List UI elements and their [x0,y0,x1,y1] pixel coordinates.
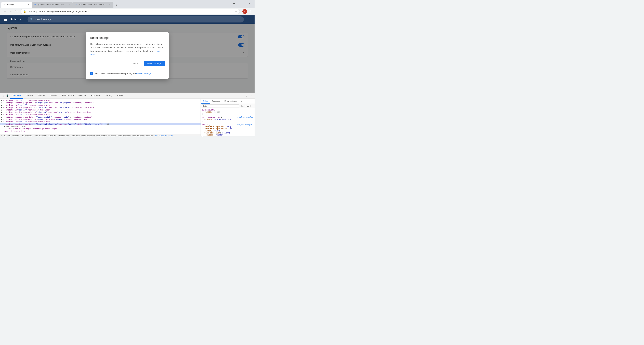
forward-button[interactable]: → [8,9,14,14]
ask-favicon: G [75,4,78,6]
tab-network[interactable]: Network [48,93,60,99]
dialog-body: This will reset your startup page, new t… [90,43,164,57]
devtools-inspect-icon[interactable]: ⬚ [1,94,4,97]
tab-audits[interactable]: Audits [115,93,125,99]
hov-badge[interactable]: :hov [240,105,245,107]
breadcrumb-settings-ui[interactable]: settings-ui [12,135,24,137]
address-bar[interactable]: 🔒 Chrome | chrome://settings/resetProfil… [20,9,240,14]
devtools-device-icon[interactable]: 📱 [6,94,9,97]
breadcrumb-body[interactable]: body [6,135,11,137]
tab-community-close[interactable]: × [68,3,70,6]
style-prop-display-flex: display: flex; [202,130,253,132]
styles-filter-badges: :hov .cls + [240,105,253,107]
new-tab-button[interactable]: + [114,3,119,8]
style-source-2[interactable]: <style>…</style> [237,124,253,126]
minimize-button[interactable]: — [230,1,238,6]
styles-tab-styles[interactable]: Styles [201,99,210,104]
styles-tabs: Styles Computed Event Listeners » [201,99,254,104]
style-source-1[interactable]: <style>…</style> [237,116,253,118]
tab-settings[interactable]: ⚙ Settings × [1,2,32,8]
element-line-7[interactable]: ▶ <template is="dom-if" restamp>…</templ… [0,114,200,116]
style-prop-flex-direction: flex-direction: column; [202,132,253,134]
breadcrumb-settings-basic-page[interactable]: settings-basic-page [101,135,122,137]
breadcrumb-shadow-root-1[interactable]: #shadow-root [24,135,38,137]
reset-settings-dialog: Reset settings This will reset your star… [86,32,169,79]
breadcrumb-html[interactable]: html [1,135,6,137]
breadcrumb-shadow-root-3[interactable]: #shadow-root [123,135,136,137]
styles-content: element.style { display: none; } setting… [201,108,254,136]
tab-ask-label: Ask a Question - Google Chrom… [79,4,108,6]
address-url: chrome://settings/resetProfileSettings?o… [38,10,91,13]
element-line-4[interactable]: ▶ <settings-section page-title="Download… [0,106,200,109]
styles-filter-input[interactable] [202,104,239,108]
element-line-9[interactable]: ▶ <settings-section page-title="System" … [0,118,200,121]
breadcrumb-settings-main[interactable]: settings-main#main [66,135,86,137]
reset-settings-button[interactable]: Reset settings [144,61,164,66]
tab-security[interactable]: Security [103,93,115,99]
element-line-12[interactable]: ▶ #shadow-root (open) [0,125,200,128]
settings-search-area: 🔍 Search settings [28,17,244,23]
tab-settings-close[interactable]: × [27,3,30,6]
element-line-5[interactable]: ▶ <template is="dom-if" restamp>…</templ… [0,109,200,111]
style-selector-host: :host { <style>…</style> [202,124,253,126]
current-settings-link[interactable]: current settings [136,72,151,75]
breadcrumb-advanced-page[interactable]: div#advancedPage [137,135,155,137]
styles-panel: Styles Computed Event Listeners » :hov .… [200,99,254,136]
devtools-more-icon[interactable]: ⋮ [245,94,248,97]
element-line-6[interactable]: ▶ <settings-section page-title="Printing… [0,111,200,114]
element-line-3[interactable]: ▶ <template is="dom-if" restamp>…</templ… [0,104,200,106]
tab-console[interactable]: Console [23,93,36,99]
element-line-14[interactable]: </settings-section> [0,130,200,132]
back-button[interactable]: ← [2,9,8,14]
style-rule-element: element.style { display: none; } [202,109,253,115]
styles-tab-more[interactable]: » [239,99,244,104]
profile-avatar[interactable]: A [242,9,247,14]
settings-hamburger-icon[interactable]: ☰ [4,18,7,22]
cancel-button[interactable]: Cancel [128,61,142,66]
maximize-button[interactable]: □ [238,1,246,6]
community-favicon: G [34,4,37,6]
bookmark-star-icon[interactable]: ☆ [235,10,237,13]
close-button[interactable]: × [246,1,253,6]
element-line-8[interactable]: ▶ <settings-section page-title="Accessib… [0,116,200,118]
breadcrumb-container[interactable]: div#container.no-outline [39,135,65,137]
dialog-title: Reset settings [90,36,164,40]
tab-sources[interactable]: Sources [36,93,48,99]
element-line-13[interactable]: ▶ <settings-reset-page>…</settings-reset… [0,128,200,130]
lock-icon: 🔒 [23,10,26,13]
tab-elements[interactable]: Elements [10,93,23,99]
tab-settings-label: Settings [7,4,26,6]
breadcrumb-shadow-root-2[interactable]: #shadow-root [87,135,100,137]
tab-memory[interactable]: Memory [76,93,88,99]
styles-tab-computed[interactable]: Computed [210,99,222,104]
page-content: System Continue running background apps … [0,24,254,92]
cls-badge[interactable]: .cls [246,105,250,107]
settings-header: ☰ Settings 🔍 Search settings [0,15,254,24]
add-badge[interactable]: + [250,105,253,107]
dialog-checkbox-row: Help make Chrome better by reporting the… [90,72,164,75]
devtools-panel: ⬚ 📱 Elements Console Sources Network Per… [0,92,254,136]
checkmark-icon [90,73,92,75]
tab-ask-close[interactable]: × [108,3,112,6]
tab-community[interactable]: G google chrome community supp… × [32,2,72,8]
dialog-actions: Cancel Reset settings [90,61,164,66]
browser-menu-icon[interactable]: ⋮ [248,9,252,14]
devtools-close-button[interactable]: × [249,94,253,98]
tab-performance[interactable]: Performance [60,93,76,99]
breadcrumb-settings-section[interactable]: settings-section [155,135,173,137]
tab-ask[interactable]: G Ask a Question - Google Chrom… × [73,2,114,8]
element-line-11-selected[interactable]: ▼ <settings-section page-title="Reset an… [0,123,200,125]
browser-window: ⚙ Settings × G google chrome community s… [0,0,254,136]
element-line-2[interactable]: ▶ <settings-section page-title="Language… [0,102,200,104]
browser-toolbar: ← → ↻ 🔒 Chrome | chrome://settings/reset… [0,8,254,15]
report-settings-checkbox[interactable] [90,72,93,75]
tab-application[interactable]: Application [88,93,103,99]
styles-tab-event-listeners[interactable]: Event Listeners [222,99,239,104]
search-box[interactable]: 🔍 Search settings [28,17,244,23]
checkbox-text-prefix: Help make Chrome better by reporting the [95,72,136,75]
element-line-10[interactable]: ▶ <template is="dom-if" restamp>…</templ… [0,121,200,123]
style-prop-webkit-margin-start: -webkit-margin-start: 3px; [202,128,253,130]
reload-button[interactable]: ↻ [14,9,19,14]
search-placeholder: Search settings [35,18,51,21]
element-line-1[interactable]: ▶ <template is="dom-if" restamp>…</templ… [0,99,200,102]
